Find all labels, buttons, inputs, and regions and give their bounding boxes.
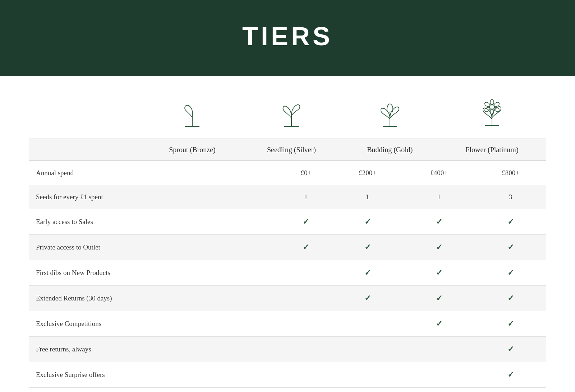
- table-row: Early access to Sales✓✓✓✓: [29, 209, 546, 235]
- check-mark: ✓: [303, 217, 309, 226]
- check-mark: ✓: [507, 217, 514, 226]
- row-value: [280, 337, 332, 362]
- row-value: ✓: [475, 235, 546, 260]
- row-value: [332, 311, 403, 337]
- seedling-icon: [275, 99, 308, 130]
- row-value: ✓: [475, 209, 546, 235]
- row-value: ✓: [475, 311, 546, 337]
- row-label: Exclusive Competitions: [29, 311, 280, 337]
- row-value: [403, 362, 475, 388]
- row-value: 1: [332, 185, 403, 209]
- row-value: ✓: [332, 235, 403, 260]
- row-value: ✓: [332, 209, 403, 235]
- row-value: ✓: [280, 235, 332, 260]
- check-mark: ✓: [507, 268, 514, 277]
- budding-icon: [374, 99, 406, 130]
- table-row: Extended Returns (30 days)✓✓✓: [29, 286, 546, 311]
- row-value: £800+: [475, 161, 546, 185]
- row-label: Extended Returns (30 days): [29, 286, 280, 311]
- row-value: [280, 260, 332, 286]
- table-row: Exclusive Competitions✓✓: [29, 311, 546, 337]
- row-value: £0+: [280, 161, 332, 185]
- column-header-row: Sprout (Bronze) Seedling (Silver) Buddin…: [29, 139, 546, 161]
- check-mark: ✓: [436, 268, 442, 277]
- empty-header: [29, 139, 144, 161]
- row-label: First dibs on New Products: [29, 260, 280, 286]
- check-mark: ✓: [364, 268, 371, 277]
- row-value: ✓: [475, 362, 546, 388]
- row-value: ✓: [403, 311, 475, 337]
- row-label: Free returns, always: [29, 337, 280, 362]
- sprout-icon-cell: [144, 98, 241, 139]
- check-mark: ✓: [507, 319, 514, 328]
- row-value: [280, 286, 332, 311]
- row-value: [332, 362, 403, 388]
- check-mark: ✓: [436, 217, 442, 226]
- check-mark: ✓: [507, 294, 514, 303]
- check-mark: ✓: [507, 243, 514, 252]
- table-row: First dibs on New Products✓✓✓: [29, 260, 546, 286]
- row-value: ✓: [403, 286, 475, 311]
- check-mark: ✓: [364, 294, 371, 303]
- row-label: Seeds for every £1 spent: [29, 185, 280, 209]
- row-value: ✓: [332, 286, 403, 311]
- table-row: Annual spend£0+£200+£400+£800+: [29, 161, 546, 185]
- check-mark: ✓: [507, 345, 514, 354]
- row-value: 1: [280, 185, 332, 209]
- row-value: 1: [403, 185, 475, 209]
- row-value: ✓: [475, 286, 546, 311]
- row-label: Exclusive Surprise offers: [29, 362, 280, 388]
- col-header-seedling: Seedling (Silver): [241, 139, 342, 161]
- sprout-icon: [178, 99, 207, 130]
- page-title: TIERS: [7, 22, 568, 51]
- row-value: [280, 311, 332, 337]
- table-row: Private access to Outlet✓✓✓✓: [29, 235, 546, 260]
- row-value: ✓: [280, 209, 332, 235]
- row-label: Private access to Outlet: [29, 235, 280, 260]
- col-header-sprout: Sprout (Bronze): [144, 139, 241, 161]
- row-value: £200+: [332, 161, 403, 185]
- flower-icon: [474, 98, 510, 130]
- check-mark: ✓: [436, 319, 442, 328]
- row-value: £400+: [403, 161, 475, 185]
- check-mark: ✓: [364, 217, 371, 226]
- budding-icon-cell: [342, 98, 438, 139]
- row-value: ✓: [403, 260, 475, 286]
- row-value: [280, 362, 332, 388]
- table-row: Exclusive Surprise offers✓: [29, 362, 546, 388]
- check-mark: ✓: [303, 243, 309, 252]
- row-value: [403, 337, 475, 362]
- seedling-icon-cell: [241, 98, 342, 139]
- row-label: Early access to Sales: [29, 209, 280, 235]
- col-header-flower: Flower (Platinum): [438, 139, 546, 161]
- check-mark: ✓: [436, 243, 442, 252]
- row-value: [332, 337, 403, 362]
- table-row: Free returns, always✓: [29, 337, 546, 362]
- row-value: ✓: [475, 337, 546, 362]
- row-value: ✓: [475, 260, 546, 286]
- check-mark: ✓: [364, 243, 371, 252]
- row-value: ✓: [403, 209, 475, 235]
- icon-row: [29, 98, 546, 139]
- table-row: Seeds for every £1 spent1113: [29, 185, 546, 209]
- flower-icon-cell: [438, 98, 546, 139]
- row-value: ✓: [332, 260, 403, 286]
- row-value: 3: [475, 185, 546, 209]
- col-header-budding: Budding (Gold): [342, 139, 438, 161]
- row-value: ✓: [403, 235, 475, 260]
- header-section: TIERS: [0, 0, 575, 76]
- check-mark: ✓: [507, 370, 514, 379]
- check-mark: ✓: [436, 294, 442, 303]
- row-label: Annual spend: [29, 161, 280, 185]
